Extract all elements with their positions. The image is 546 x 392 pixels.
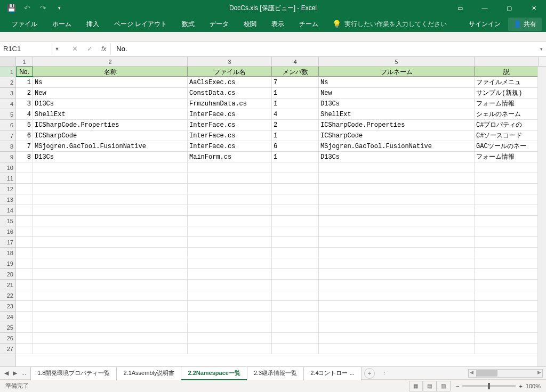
cell[interactable] <box>188 162 272 173</box>
row-header[interactable]: 11 <box>0 173 15 184</box>
row-header[interactable]: 1 <box>0 67 15 77</box>
cell[interactable] <box>16 269 33 279</box>
cell[interactable] <box>16 333 33 343</box>
cell[interactable] <box>16 290 33 300</box>
cell[interactable] <box>319 280 475 290</box>
zoom-slider-thumb[interactable] <box>488 383 490 389</box>
qat-dropdown-icon[interactable]: ▾ <box>54 3 64 13</box>
formula-input[interactable]: No. <box>110 43 536 55</box>
cell[interactable]: 1 <box>272 99 319 109</box>
cell[interactable] <box>475 248 539 258</box>
cell[interactable] <box>475 205 539 215</box>
cell[interactable]: 4 <box>16 109 33 119</box>
cell[interactable]: New <box>33 88 188 98</box>
select-all-corner[interactable] <box>0 57 16 66</box>
row-header[interactable]: 8 <box>0 141 15 152</box>
col-header[interactable]: 5 <box>319 57 475 66</box>
cell[interactable]: 6 <box>272 141 319 151</box>
cell[interactable] <box>272 194 319 205</box>
cell[interactable]: ConstData.cs <box>188 88 272 98</box>
cell[interactable]: D13Cs <box>319 99 475 109</box>
cell[interactable]: 1 <box>272 88 319 98</box>
cell[interactable] <box>475 301 539 311</box>
zoom-value[interactable]: 100% <box>526 383 541 389</box>
row-header[interactable]: 16 <box>0 226 15 237</box>
sheet-nav-dots[interactable]: ... <box>21 370 26 377</box>
row-header[interactable]: 6 <box>0 120 15 130</box>
cell[interactable] <box>188 333 272 343</box>
cell[interactable]: ファイル名 <box>188 67 272 77</box>
cell[interactable] <box>475 333 539 343</box>
cell[interactable]: ShellExt <box>33 109 188 119</box>
cell[interactable] <box>475 194 539 205</box>
cell[interactable] <box>16 173 33 183</box>
row-header[interactable]: 9 <box>0 152 15 162</box>
cell[interactable] <box>16 301 33 311</box>
col-header[interactable]: 1 <box>16 57 33 66</box>
share-button[interactable]: 👤 共有 <box>508 18 542 31</box>
cell[interactable]: InterFace.cs <box>188 120 272 130</box>
row-header[interactable]: 12 <box>0 184 15 194</box>
page-layout-view-icon[interactable]: ▤ <box>423 381 437 391</box>
cell[interactable] <box>16 216 33 226</box>
cell[interactable] <box>475 184 539 194</box>
cell[interactable] <box>188 322 272 332</box>
cell[interactable] <box>475 226 539 236</box>
cell[interactable]: D13Cs <box>319 152 475 162</box>
cell[interactable]: MSjogren.GacTool.FusionNative <box>319 141 475 151</box>
cell[interactable] <box>33 237 188 247</box>
cell[interactable] <box>188 205 272 215</box>
cell[interactable]: C#プロパティの <box>475 120 539 130</box>
save-icon[interactable]: 💾 <box>6 3 16 13</box>
cell[interactable] <box>272 258 319 268</box>
cell[interactable] <box>16 184 33 194</box>
cell[interactable] <box>272 280 319 290</box>
cell[interactable] <box>272 226 319 236</box>
cell[interactable] <box>319 322 475 332</box>
cell[interactable]: InterFace.cs <box>188 141 272 151</box>
cell[interactable] <box>319 194 475 205</box>
cell[interactable] <box>188 237 272 247</box>
add-sheet-button[interactable]: + <box>364 368 375 379</box>
row-header[interactable]: 18 <box>0 248 15 258</box>
cell[interactable] <box>188 269 272 279</box>
cancel-icon[interactable]: ✕ <box>67 45 82 53</box>
cell[interactable] <box>33 322 188 332</box>
row-header[interactable]: 19 <box>0 258 15 269</box>
cell[interactable]: 2 <box>272 120 319 130</box>
cell[interactable]: 5 <box>16 120 33 130</box>
cell[interactable] <box>16 194 33 205</box>
cell[interactable] <box>319 237 475 247</box>
cell[interactable] <box>272 173 319 183</box>
row-header[interactable]: 3 <box>0 88 15 99</box>
col-header[interactable]: 4 <box>272 57 319 66</box>
cell[interactable] <box>33 280 188 290</box>
cell[interactable] <box>319 248 475 258</box>
cell[interactable] <box>16 312 33 322</box>
cell[interactable] <box>188 290 272 300</box>
vertical-scrollbar[interactable] <box>537 67 546 366</box>
row-header[interactable]: 27 <box>0 344 15 354</box>
cell[interactable] <box>188 194 272 205</box>
minimize-icon[interactable]: — <box>472 0 497 16</box>
cell[interactable]: サンプル(新規) <box>475 88 539 98</box>
cell[interactable] <box>188 344 272 354</box>
cell[interactable]: 7 <box>16 141 33 151</box>
cell[interactable]: 名称 <box>33 67 188 77</box>
cell[interactable] <box>319 216 475 226</box>
cell[interactable] <box>188 184 272 194</box>
cell[interactable] <box>272 269 319 279</box>
cell[interactable]: C#ソースコード <box>475 130 539 141</box>
undo-icon[interactable]: ↶ <box>22 3 32 13</box>
scroll-thumb[interactable] <box>476 370 497 377</box>
cell[interactable] <box>319 162 475 173</box>
cell[interactable]: ShellExt <box>319 109 475 119</box>
cell[interactable]: InterFace.cs <box>188 130 272 141</box>
cell[interactable] <box>475 344 539 354</box>
cell[interactable] <box>16 248 33 258</box>
tab-review[interactable]: 校閲 <box>236 16 264 32</box>
scroll-right-icon[interactable]: ▶ <box>537 370 541 375</box>
cell[interactable] <box>33 301 188 311</box>
cell[interactable] <box>16 258 33 268</box>
cell[interactable] <box>319 258 475 268</box>
